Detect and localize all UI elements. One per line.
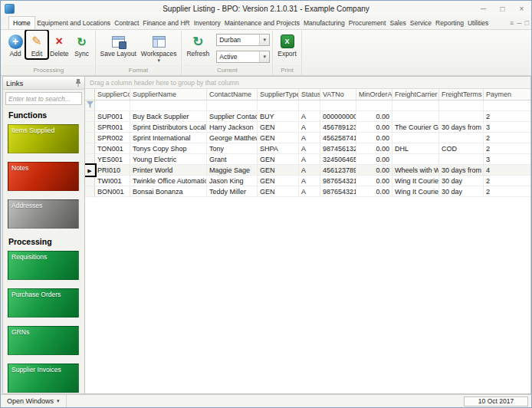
cell-freightterms[interactable]: 30 day <box>439 176 484 186</box>
cell-suppliername[interactable]: Printer World <box>130 165 207 176</box>
cell-vatno[interactable]: 456789123 <box>320 122 356 133</box>
cell-freightterms[interactable]: 30 day <box>439 186 484 197</box>
cell-suppliername[interactable]: Buy Back Supplier <box>130 111 207 122</box>
cell-vatno[interactable]: 0000000000 <box>320 111 356 122</box>
cell-suppliername[interactable]: Tonys Copy Shop <box>130 143 207 154</box>
cell-suppliername[interactable]: Sprint International <box>130 133 207 143</box>
tab-contract[interactable]: Contract <box>113 16 141 29</box>
filter-cell-contactname[interactable] <box>207 100 258 111</box>
column-header-contactname[interactable]: ContactName <box>207 89 258 100</box>
cell-freightterms[interactable] <box>439 133 484 143</box>
refresh-button[interactable]: ↻ Refresh <box>184 31 212 58</box>
cell-status[interactable]: A <box>299 111 320 122</box>
chevron-down-icon[interactable]: ▾ <box>259 35 269 45</box>
close-icon[interactable]: × <box>512 1 531 16</box>
ribbon-menu-icon[interactable]: ≡ <box>510 19 514 27</box>
supplier-row-spr002[interactable]: SPR002Sprint InternationalGeorge Matthew… <box>85 133 531 143</box>
column-header-suppliertype[interactable]: SupplierType <box>258 89 299 100</box>
save-layout-button[interactable]: Save Layout <box>98 31 139 58</box>
tab-manufacturing[interactable]: Manufacturing <box>301 16 346 29</box>
chevron-down-icon[interactable]: ▾ <box>259 51 269 62</box>
sidebar-button-grns[interactable]: GRNs <box>8 326 79 355</box>
cell-freightcarrier[interactable]: The Courier Guy <box>392 122 439 133</box>
cell-suppliertype[interactable]: GEN <box>258 133 299 143</box>
cell-vatno[interactable]: 9874561321 <box>320 143 356 154</box>
cell-suppliername[interactable]: Sprint Distributors Local <box>130 122 207 133</box>
cell-suppliertype[interactable]: GEN <box>258 154 299 165</box>
tab-inventory[interactable]: Inventory <box>192 16 222 29</box>
column-header-vatno[interactable]: VATNo <box>320 89 356 100</box>
workspaces-button[interactable]: Workspaces ▾ <box>139 31 179 64</box>
filter-cell-freightcarrier[interactable] <box>392 100 439 111</box>
cell-minorderamt[interactable]: 0.00 <box>356 165 392 176</box>
mdi-minimize-icon[interactable]: ─ <box>517 19 521 27</box>
cell-freightcarrier[interactable] <box>392 154 439 165</box>
column-header-minorderamt[interactable]: MinOrderAmt <box>356 89 392 100</box>
mdi-restore-icon[interactable]: □ <box>525 19 529 27</box>
status-dropdown[interactable]: Active ▾ <box>216 51 270 63</box>
cell-freightterms[interactable]: COD <box>439 143 484 154</box>
cell-contactname[interactable]: Harry Jackson <box>207 122 258 133</box>
supplier-row-bon001[interactable]: BON001Bonsai BonanzaTeddy MillerGENA9876… <box>85 186 531 197</box>
maximize-icon[interactable]: □ <box>493 1 512 16</box>
add-button[interactable]: + Add <box>5 31 26 58</box>
cell-minorderamt[interactable]: 0.00 <box>356 133 392 143</box>
filter-cell-minorderamt[interactable] <box>356 100 392 111</box>
cell-paymen[interactable]: 2 <box>484 133 531 143</box>
cell-status[interactable]: A <box>299 133 320 143</box>
cell-suppliertype[interactable]: GEN <box>258 186 299 197</box>
cell-freightterms[interactable] <box>439 111 484 122</box>
cell-minorderamt[interactable]: 0.00 <box>356 186 392 197</box>
cell-paymen[interactable]: 3 <box>484 154 531 165</box>
cell-minorderamt[interactable]: 0.00 <box>356 111 392 122</box>
cell-contactname[interactable]: Tony <box>207 143 258 154</box>
column-header-status[interactable]: Status <box>299 89 320 100</box>
cell-suppliername[interactable]: Young Electric <box>130 154 207 165</box>
column-header-suppliername[interactable]: SupplierName <box>130 89 207 100</box>
cell-freightterms[interactable]: 30 days from Delivery <box>439 122 484 133</box>
tab-service[interactable]: Service <box>408 16 433 29</box>
open-windows-button[interactable]: Open Windows ▾ <box>1 395 67 407</box>
column-header-paymen[interactable]: Paymen <box>484 89 531 100</box>
cell-status[interactable]: A <box>299 186 320 197</box>
cell-minorderamt[interactable]: 0.00 <box>356 154 392 165</box>
cell-paymen[interactable]: 2 <box>484 186 531 197</box>
cell-status[interactable]: A <box>299 176 320 186</box>
cell-freightcarrier[interactable]: Wing It Couriers <box>392 176 439 186</box>
cell-suppliercode[interactable]: YES001 <box>95 154 130 165</box>
filter-cell-suppliername[interactable] <box>130 100 207 111</box>
cell-suppliername[interactable]: Twinkle Office Automation ... <box>130 176 207 186</box>
export-button[interactable]: X Export <box>275 31 299 58</box>
cell-status[interactable]: A <box>299 122 320 133</box>
cell-paymen[interactable]: 2 <box>484 143 531 154</box>
tab-home[interactable]: Home <box>8 16 35 29</box>
cell-minorderamt[interactable]: 0.00 <box>356 143 392 154</box>
minimize-icon[interactable]: ─ <box>474 1 493 16</box>
supplier-row-yes001[interactable]: YES001Young ElectricGrantGENA32450646540… <box>85 154 531 165</box>
cell-contactname[interactable]: George Matthews <box>207 133 258 143</box>
cell-freightcarrier[interactable] <box>392 111 439 122</box>
sidebar-button-purchase-orders[interactable]: Purchase Orders <box>8 288 79 318</box>
filter-cell-suppliercode[interactable] <box>95 100 130 111</box>
cell-suppliertype[interactable]: SHPA <box>258 143 299 154</box>
cell-status[interactable]: A <box>299 143 320 154</box>
tab-reporting[interactable]: Reporting <box>434 16 466 29</box>
cell-contactname[interactable]: Jason King <box>207 176 258 186</box>
cell-freightcarrier[interactable]: Wing It Couriers <box>392 186 439 197</box>
cell-minorderamt[interactable]: 0.00 <box>356 176 392 186</box>
cell-suppliertype[interactable]: GEN <box>258 176 299 186</box>
cell-freightcarrier[interactable] <box>392 133 439 143</box>
filter-cell-paymen[interactable] <box>484 100 531 111</box>
cell-contactname[interactable]: Teddy Miller <box>207 186 258 197</box>
cell-vatno[interactable]: 456258741 <box>320 133 356 143</box>
cell-suppliercode[interactable]: SPR002 <box>95 133 130 143</box>
cell-vatno[interactable]: 9876543210 <box>320 176 356 186</box>
filter-cell-suppliertype[interactable] <box>258 100 299 111</box>
cell-suppliertype[interactable]: GEN <box>258 165 299 176</box>
cell-suppliername[interactable]: Bonsai Bonanza <box>130 186 207 197</box>
cell-freightcarrier[interactable]: Wheels with Wings <box>392 165 439 176</box>
cell-minorderamt[interactable]: 0.00 <box>356 122 392 133</box>
cell-suppliercode[interactable]: PRI010 <box>95 165 130 176</box>
delete-button[interactable]: × Delete <box>48 31 71 58</box>
tab-sales[interactable]: Sales <box>388 16 408 29</box>
